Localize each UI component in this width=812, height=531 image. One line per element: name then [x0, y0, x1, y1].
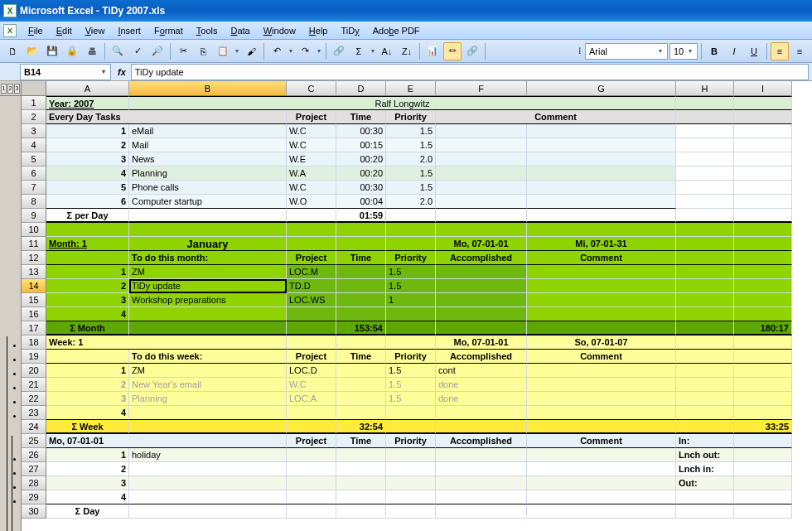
- sort-asc-icon[interactable]: A↓: [378, 42, 396, 60]
- owner-name[interactable]: Ralf Longwitz: [129, 96, 676, 110]
- hyperlink-icon[interactable]: 🔗: [330, 42, 348, 60]
- save-icon[interactable]: 💾: [43, 42, 61, 60]
- spelling-icon[interactable]: ✓: [128, 42, 147, 60]
- cut-icon[interactable]: ✂: [174, 42, 192, 60]
- window-title: Microsoft Excel - TiDy 2007.xls: [20, 5, 165, 17]
- font-selector[interactable]: Arial▾: [585, 43, 668, 60]
- menu-bar: X File Edit View Insert Format Tools Dat…: [0, 22, 812, 40]
- year-label[interactable]: Year: 2007: [46, 96, 129, 110]
- menu-file[interactable]: File: [22, 24, 50, 37]
- col-header-g[interactable]: G: [527, 81, 676, 96]
- workbook-icon[interactable]: X: [3, 24, 17, 37]
- col-header-a[interactable]: A: [46, 81, 129, 96]
- menu-view[interactable]: View: [79, 24, 112, 37]
- menu-insert[interactable]: Insert: [111, 24, 147, 37]
- formula-input[interactable]: TiDy update: [131, 64, 809, 80]
- undo-icon[interactable]: ↶: [268, 42, 286, 60]
- bold-button[interactable]: B: [705, 42, 723, 60]
- tasks-header[interactable]: Every Day Tasks: [46, 110, 287, 124]
- formula-bar: B14▾ fx TiDy update: [0, 63, 812, 81]
- menu-tidy[interactable]: TiDy: [334, 24, 365, 37]
- redo-icon[interactable]: ↷: [296, 42, 314, 60]
- underline-button[interactable]: U: [745, 42, 763, 60]
- col-header-c[interactable]: C: [287, 81, 336, 96]
- window-titlebar: X Microsoft Excel - TiDy 2007.xls: [0, 0, 812, 22]
- drawing-icon[interactable]: ✏: [443, 42, 462, 60]
- outline-pane[interactable]: 123: [0, 81, 22, 531]
- menu-tools[interactable]: Tools: [190, 24, 225, 37]
- autosum-icon[interactable]: Σ: [350, 42, 368, 60]
- grid-rows[interactable]: 1 Year: 2007 Ralf Longwitz 2 Every Day T…: [22, 96, 812, 519]
- col-header-b[interactable]: B: [129, 81, 287, 96]
- align-center-button[interactable]: ≡: [790, 42, 809, 60]
- menu-format[interactable]: Format: [147, 24, 190, 37]
- size-selector[interactable]: 10▾: [669, 43, 698, 60]
- toolbar: 🗋 📂 💾 🔒 🖶 🔍 ✓ 🔎 ✂ ⎘ 📋 ▾ 🖌 ↶ ▾ ↷ ▾ 🔗 Σ ▾ …: [0, 40, 812, 63]
- sort-desc-icon[interactable]: Z↓: [398, 42, 416, 60]
- copy-icon[interactable]: ⎘: [194, 42, 212, 60]
- menu-data[interactable]: Data: [224, 24, 256, 37]
- connector-icon[interactable]: 🔗: [463, 42, 481, 60]
- research-icon[interactable]: 🔎: [148, 42, 167, 60]
- menu-adobe[interactable]: Adobe PDF: [366, 24, 427, 37]
- menu-edit[interactable]: Edit: [50, 24, 79, 37]
- font-label: ⁞: [575, 46, 583, 56]
- align-left-button[interactable]: ≡: [771, 42, 789, 60]
- selected-cell[interactable]: TiDy update: [129, 279, 287, 293]
- preview-icon[interactable]: 🔍: [109, 42, 127, 60]
- col-header-d[interactable]: D: [336, 81, 386, 96]
- fx-icon[interactable]: fx: [118, 67, 126, 77]
- permission-icon[interactable]: 🔒: [63, 42, 81, 60]
- chart-icon[interactable]: 📊: [423, 42, 442, 60]
- paste-icon[interactable]: 📋: [214, 42, 232, 60]
- menu-window[interactable]: Window: [257, 24, 302, 37]
- open-icon[interactable]: 📂: [23, 42, 41, 60]
- select-all-corner[interactable]: [22, 81, 46, 96]
- name-box[interactable]: B14▾: [20, 64, 111, 80]
- col-header-h[interactable]: H: [676, 81, 734, 96]
- spreadsheet[interactable]: A B C D E F G H I 1 Year: 2007 Ralf Long…: [22, 81, 812, 531]
- col-header-e[interactable]: E: [386, 81, 436, 96]
- menu-help[interactable]: Help: [302, 24, 335, 37]
- italic-button[interactable]: I: [725, 42, 743, 60]
- new-icon[interactable]: 🗋: [3, 42, 22, 60]
- format-painter-icon[interactable]: 🖌: [242, 42, 260, 60]
- col-header-f[interactable]: F: [436, 81, 527, 96]
- col-header-i[interactable]: I: [734, 81, 792, 96]
- print-icon[interactable]: 🖶: [83, 42, 101, 60]
- excel-icon: X: [3, 4, 17, 17]
